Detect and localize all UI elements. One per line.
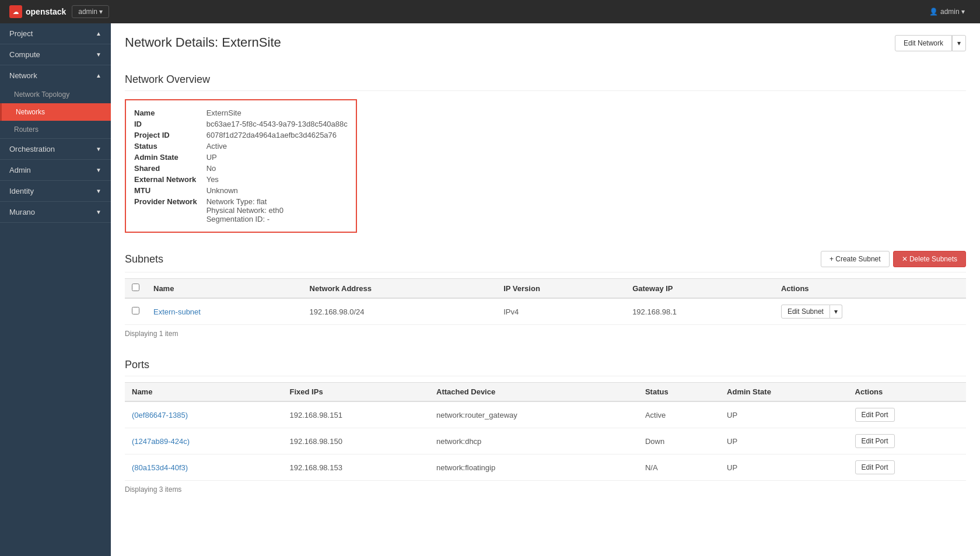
table-row: (0ef86647-1385) 192.168.98.151 network:r… [125,401,966,428]
chevron-icon: ▼ [96,188,102,194]
chevron-icon: ▲ [96,30,102,37]
overview-row-external-network: External Network Yes [134,174,348,185]
topbar: ☁ openstack admin ▾ 👤 admin ▾ [0,0,980,23]
sidebar-item-routers[interactable]: Routers [0,121,111,138]
subnet-row-ip-version: IPv4 [496,298,625,325]
svg-text:☁: ☁ [13,9,19,15]
edit-port-button-2[interactable]: Edit Port [855,460,895,474]
edit-port-button-0[interactable]: Edit Port [855,408,895,422]
port-row-actions-2: Edit Port [848,454,966,481]
overview-label-provider-network: Provider Network [134,196,206,225]
table-row: (80a153d4-40f3) 192.168.98.153 network:f… [125,454,966,481]
overview-section-title: Network Overview [125,74,966,91]
ports-col-attached-device: Attached Device [429,383,638,402]
edit-subnet-dropdown-button[interactable]: ▾ [830,305,842,319]
ports-section: Ports Name Fixed IPs Attached Device Sta… [125,359,966,498]
sidebar-header-admin[interactable]: Admin ▼ [0,160,111,180]
create-subnet-button[interactable]: + Create Subnet [821,251,890,267]
table-row: Extern-subnet 192.168.98.0/24 IPv4 192.1… [125,298,966,325]
overview-value-provider-network: Network Type: flat Physical Network: eth… [206,196,348,225]
overview-label-mtu: MTU [134,185,206,196]
page-title: Network Details: ExternSite [125,35,281,50]
sidebar-header-identity[interactable]: Identity ▼ [0,181,111,201]
edit-network-dropdown-button[interactable]: ▾ [952,35,966,51]
topbar-left: ☁ openstack admin ▾ [9,5,109,18]
sidebar-section-compute: Compute ▼ [0,44,111,65]
edit-port-button-1[interactable]: Edit Port [855,434,895,448]
sidebar-header-network[interactable]: Network ▲ [0,65,111,86]
overview-row-provider-network: Provider Network Network Type: flat Phys… [134,196,348,225]
port-name-link-2[interactable]: (80a153d4-40f3) [132,463,188,472]
network-overview-section: Network Overview Name ExternSite ID bc63… [125,74,966,235]
overview-value-name: ExternSite [206,107,348,118]
sidebar-item-network-topology[interactable]: Network Topology [0,86,111,103]
overview-value-external-network: Yes [206,174,348,185]
sidebar-header-compute[interactable]: Compute ▼ [0,44,111,65]
subnets-select-all-checkbox[interactable] [132,284,139,291]
sidebar-section-project: Project ▲ [0,23,111,44]
chevron-icon: ▼ [96,146,102,152]
ports-section-title: Ports [125,359,149,371]
sidebar-project-label: Project [9,29,33,38]
overview-label-admin-state: Admin State [134,152,206,163]
port-row-admin-state-0: UP [720,401,848,428]
sidebar-header-murano[interactable]: Murano ▼ [0,202,111,222]
edit-network-button[interactable]: Edit Network [895,35,952,51]
user-menu-button[interactable]: 👤 admin ▾ [923,6,971,18]
port-row-actions-0: Edit Port [848,401,966,428]
sidebar-compute-label: Compute [9,50,40,59]
overview-value-shared: No [206,163,348,174]
sidebar-item-networks[interactable]: Networks [0,103,111,121]
overview-label-name: Name [134,107,206,118]
subnets-col-network-address: Network Address [303,279,497,299]
overview-row-id: ID bc63ae17-5f8c-4543-9a79-13d8c540a88c [134,118,348,130]
port-row-admin-state-2: UP [720,454,848,481]
edit-network-button-group: Edit Network ▾ [895,35,966,51]
overview-row-name: Name ExternSite [134,107,348,118]
subnets-col-checkbox [125,279,146,299]
ports-col-admin-state: Admin State [720,383,848,402]
overview-table: Name ExternSite ID bc63ae17-5f8c-4543-9a… [134,107,348,225]
overview-label-external-network: External Network [134,174,206,185]
subnets-table: Name Network Address IP Version Gateway … [125,278,966,325]
ports-table: Name Fixed IPs Attached Device Status Ad… [125,382,966,481]
chevron-icon: ▼ [96,167,102,173]
port-row-attached-device-2: network:floatingip [429,454,638,481]
admin-menu-button[interactable]: admin ▾ [72,5,109,18]
port-row-fixed-ips-0: 192.168.98.151 [283,401,430,428]
ports-displaying-text: Displaying 3 items [125,481,966,498]
sidebar-section-admin: Admin ▼ [0,160,111,181]
subnet-row-name: Extern-subnet [146,298,303,325]
subnet-row-checkbox[interactable] [132,307,139,314]
sidebar-header-orchestration[interactable]: Orchestration ▼ [0,139,111,159]
sidebar-header-project[interactable]: Project ▲ [0,23,111,44]
chevron-icon: ▲ [96,72,102,79]
subnet-name-link[interactable]: Extern-subnet [153,307,201,316]
subnets-actions: + Create Subnet ✕ Delete Subnets [821,251,966,267]
subnets-displaying-text: Displaying 1 item [125,325,966,342]
sidebar-network-label: Network [9,71,37,80]
sidebar-section-murano: Murano ▼ [0,202,111,223]
overview-label-status: Status [134,141,206,152]
overview-value-mtu: Unknown [206,185,348,196]
delete-subnets-button[interactable]: ✕ Delete Subnets [893,251,966,267]
sidebar-murano-label: Murano [9,208,35,216]
port-name-link-0[interactable]: (0ef86647-1385) [132,411,188,419]
ports-col-name: Name [125,383,283,402]
subnets-col-ip-version: IP Version [496,279,625,299]
port-name-link-1[interactable]: (1247ab89-424c) [132,437,190,446]
chevron-icon: ▼ [96,51,102,58]
subnets-col-actions: Actions [774,279,966,299]
overview-value-admin-state: UP [206,152,348,163]
overview-label-id: ID [134,118,206,130]
sidebar-orchestration-label: Orchestration [9,145,55,153]
port-row-actions-1: Edit Port [848,428,966,454]
edit-subnet-button[interactable]: Edit Subnet [781,305,830,319]
overview-row-shared: Shared No [134,163,348,174]
brand: ☁ openstack [9,5,66,18]
subnets-header-row: Subnets + Create Subnet ✕ Delete Subnets [125,251,966,272]
port-row-name-1: (1247ab89-424c) [125,428,283,454]
sidebar-admin-label: Admin [9,166,31,174]
overview-row-mtu: MTU Unknown [134,185,348,196]
ports-col-actions: Actions [848,383,966,402]
